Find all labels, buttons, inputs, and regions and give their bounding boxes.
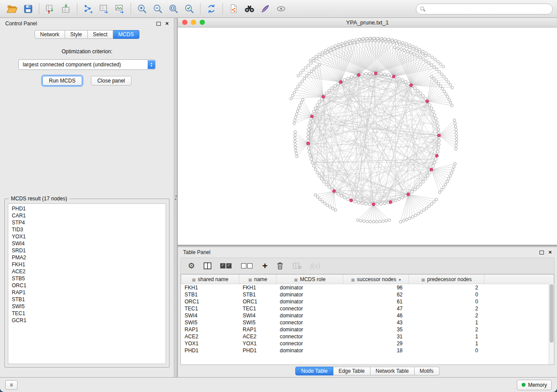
table-row[interactable]: STB1STB1dominator620 <box>181 291 554 298</box>
mcds-result-item[interactable]: RAP1 <box>8 289 166 296</box>
tab-select[interactable]: Select <box>88 30 113 39</box>
mcds-result-item[interactable]: TEC1 <box>8 310 166 317</box>
mcds-result-item[interactable]: SWI4 <box>8 240 166 247</box>
table-cell: 2 <box>409 326 484 333</box>
table-row[interactable]: YOX1YOX1connector291 <box>181 340 554 347</box>
column-header-shared-name[interactable]: ▦shared name <box>181 275 239 284</box>
show-columns-icon[interactable] <box>204 260 211 272</box>
mcds-result-item[interactable]: STB1 <box>8 296 166 303</box>
table-row[interactable]: SWI5SWI5connector431 <box>181 319 554 326</box>
column-header-successor-nodes[interactable]: ▦successor nodes▾ <box>343 275 409 284</box>
mcds-result-item[interactable]: FKH1 <box>8 261 166 268</box>
binoculars-icon[interactable] <box>242 2 257 16</box>
mcds-result-item[interactable]: YOX1 <box>8 233 166 240</box>
open-folder-icon[interactable] <box>4 2 20 16</box>
tab-mcds[interactable]: MCDS <box>113 30 139 39</box>
mcds-result-list[interactable]: PHD1CAR1STP4TID3YOX1SWI4SRD1PMA2FKH1ACE2… <box>8 203 166 364</box>
table-cell: 31 <box>343 333 409 340</box>
mcds-result-item[interactable]: GCR1 <box>8 317 166 324</box>
status-bar: ≡ Memory <box>0 377 557 392</box>
table-cell: 2 <box>409 312 484 319</box>
panel-splitter[interactable]: ◂▸ <box>174 18 178 377</box>
minimize-window-icon[interactable] <box>191 20 196 25</box>
delete-column-icon[interactable] <box>276 260 284 272</box>
zoom-out-icon[interactable] <box>150 2 166 16</box>
show-panels-menu-icon[interactable]: ≡ <box>5 380 17 390</box>
control-panel-tabs: NetworkStyleSelectMCDS <box>0 30 174 39</box>
mcds-result-item[interactable]: SRD1 <box>8 247 166 254</box>
refresh-icon[interactable] <box>204 2 219 16</box>
table-grid-icon: ▦ <box>351 278 355 282</box>
tab-node-table[interactable]: Node Table <box>295 367 333 375</box>
table-cell: 1 <box>409 340 484 347</box>
import-network-icon[interactable] <box>42 2 58 16</box>
table-settings-gear-icon[interactable]: ⚙ <box>188 260 195 272</box>
mcds-result-item[interactable]: STP4 <box>8 219 166 226</box>
close-panel-icon[interactable]: × <box>165 21 169 26</box>
control-panel-title: Control Panel <box>5 21 37 27</box>
close-panel-button[interactable]: Close panel <box>91 76 131 86</box>
mcds-result-item[interactable]: ACE2 <box>8 268 166 275</box>
save-icon[interactable] <box>20 2 36 16</box>
tab-edge-table[interactable]: Edge Table <box>333 367 370 375</box>
float-panel-icon[interactable] <box>156 22 161 26</box>
tab-style[interactable]: Style <box>65 30 88 39</box>
mcds-result-item[interactable]: STB5 <box>8 275 166 282</box>
unselect-all-columns-icon[interactable] <box>241 260 253 272</box>
mcds-result-item[interactable]: TID3 <box>8 226 166 233</box>
float-table-panel-icon[interactable] <box>540 251 544 254</box>
column-header-name[interactable]: ▦name <box>239 275 277 284</box>
table-row[interactable]: ORC1ORC1dominator610 <box>181 298 554 305</box>
mcds-result-item[interactable]: PHD1 <box>8 205 166 212</box>
zoom-in-icon[interactable] <box>134 2 150 16</box>
table-cell: dominator <box>277 284 343 292</box>
eye-icon[interactable] <box>273 2 289 16</box>
table-cell: STB1 <box>181 291 239 298</box>
table-row[interactable]: TEC1TEC1connector472 <box>181 305 554 312</box>
table-row[interactable]: RAP1RAP1dominator352 <box>181 326 554 333</box>
memory-label: Memory <box>528 382 547 388</box>
table-row[interactable]: PHD1PHD1dominator180 <box>181 347 554 354</box>
run-mcds-button[interactable]: Run MCDS <box>42 76 82 86</box>
add-column-icon[interactable]: + <box>262 260 267 272</box>
column-header-mcds-role[interactable]: ▦MCDS role <box>277 275 343 284</box>
search-input[interactable] <box>426 4 550 13</box>
network-canvas[interactable] <box>178 28 557 245</box>
zoom-window-icon[interactable] <box>200 20 205 25</box>
table-scrollbar-thumb[interactable] <box>550 284 554 343</box>
mcds-result-item[interactable]: PMA2 <box>8 254 166 261</box>
share-document-icon[interactable] <box>226 2 242 16</box>
table-row[interactable]: ACE2ACE2connector311 <box>181 333 554 340</box>
table-cell-filler <box>484 291 554 298</box>
select-all-columns-icon[interactable] <box>220 260 232 272</box>
export-network-icon[interactable] <box>80 2 96 16</box>
mcds-result-item[interactable]: ORC1 <box>8 282 166 289</box>
table-cell: YOX1 <box>239 340 277 347</box>
zoom-selected-icon[interactable] <box>181 2 197 16</box>
table-cell: dominator <box>277 298 343 305</box>
zoom-fit-icon[interactable] <box>166 2 181 16</box>
tab-network-table[interactable]: Network Table <box>370 367 415 375</box>
tab-network[interactable]: Network <box>35 30 65 39</box>
table-row[interactable]: SWI4SWI4dominator462 <box>181 312 554 319</box>
table-row[interactable]: FKH1FKH1dominator962 <box>181 284 554 292</box>
splitter-grip-icon[interactable]: ◂▸ <box>174 193 177 202</box>
close-table-panel-icon[interactable]: × <box>548 250 552 255</box>
mcds-result-item[interactable]: CAR1 <box>8 212 166 219</box>
close-window-icon[interactable] <box>182 20 187 25</box>
mcds-result-item[interactable]: SWI5 <box>8 303 166 310</box>
column-header-predecessor-nodes[interactable]: ▦predecessor nodes <box>409 275 484 284</box>
node-table: ▦shared name▦name▦MCDS role▦successor no… <box>181 275 554 354</box>
wand-icon[interactable] <box>257 2 273 16</box>
table-cell: 1 <box>409 319 484 326</box>
table-cell-filler <box>484 326 554 333</box>
memory-button[interactable]: Memory <box>517 380 552 390</box>
optimization-criterion-dropdown[interactable]: largest connected component (undirected)… <box>18 59 156 70</box>
memory-status-icon <box>522 383 526 387</box>
import-table-icon[interactable] <box>58 2 74 16</box>
tab-motifs[interactable]: Motifs <box>415 367 439 375</box>
export-image-icon[interactable] <box>112 2 128 16</box>
table-scrollbar[interactable] <box>549 283 554 364</box>
table-cell: FKH1 <box>181 284 239 292</box>
export-table-icon[interactable] <box>96 2 112 16</box>
